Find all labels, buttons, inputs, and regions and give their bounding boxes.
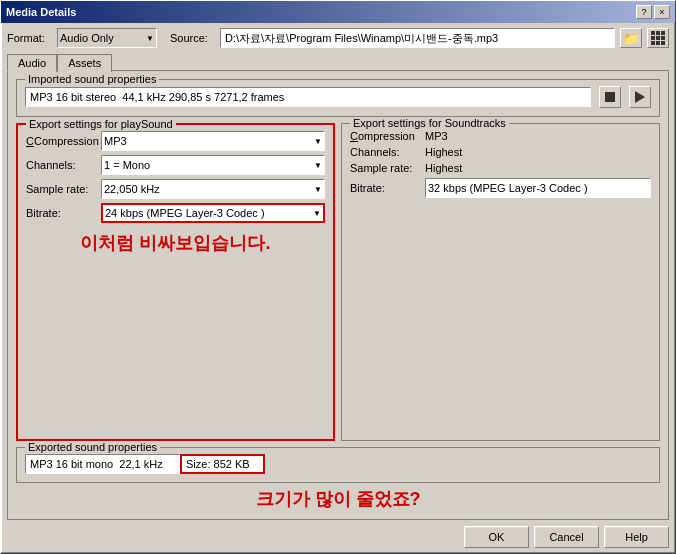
st-sample-rate-row: Sample rate: Highest <box>350 162 651 174</box>
format-row: Format: Audio Only ▼ Source: 📁 <box>7 28 669 48</box>
st-compression-value: MP3 <box>425 130 651 142</box>
play-icon <box>635 91 645 103</box>
export-panels: Export settings for playSound CCompressi… <box>16 123 660 441</box>
compression-label: CCompression <box>26 135 101 147</box>
bitrate-value: 24 kbps (MPEG Layer-3 Codec ) <box>105 207 313 219</box>
format-label: Format: <box>7 32 52 44</box>
tab-content-audio: Imported sound properties Export setti <box>7 70 669 520</box>
bitrate-row: Bitrate: 24 kbps (MPEG Layer-3 Codec ) ▼ <box>26 203 325 223</box>
imported-sound-legend: Imported sound properties <box>25 73 159 85</box>
source-input[interactable] <box>220 28 615 48</box>
export-left: Export settings for playSound CCompressi… <box>16 123 335 441</box>
title-bar: Media Details ? × <box>1 1 675 23</box>
export-playsound-legend: Export settings for playSound <box>26 118 176 130</box>
help-btn[interactable]: Help <box>604 526 669 548</box>
exported-sound-legend: Exported sound properties <box>25 441 160 453</box>
export-playsound-fieldset: Export settings for playSound CCompressi… <box>16 123 335 441</box>
exported-sound-row: Size: 852 KB <box>25 454 651 474</box>
st-compression-row: Compression MP3 <box>350 130 651 142</box>
tabs-container: Audio Assets <box>7 53 669 71</box>
tab-audio[interactable]: Audio <box>7 54 57 72</box>
export-soundtracks-fieldset: Export settings for Soundtracks Compress… <box>341 123 660 441</box>
tab-assets[interactable]: Assets <box>57 54 112 72</box>
ok-button[interactable]: OK <box>464 526 529 548</box>
folder-icon: 📁 <box>623 31 639 46</box>
compression-value: MP3 <box>104 135 314 147</box>
st-bitrate-value: 32 kbps (MPEG Layer-3 Codec ) <box>428 182 588 194</box>
help-button[interactable]: ? <box>636 5 652 19</box>
grid-icon <box>651 31 665 45</box>
export-right: Export settings for Soundtracks Compress… <box>341 123 660 441</box>
sample-rate-value: 22,050 kHz <box>104 183 314 195</box>
st-sample-rate-value: Highest <box>425 162 651 174</box>
st-bitrate-label: Bitrate: <box>350 182 425 194</box>
imported-sound-fieldset: Imported sound properties <box>16 79 660 117</box>
st-sample-rate-label: Sample rate: <box>350 162 425 174</box>
stop-button[interactable] <box>599 86 621 108</box>
window-content: Format: Audio Only ▼ Source: 📁 Audio <box>1 23 675 553</box>
export-soundtracks-legend: Export settings for Soundtracks <box>350 117 509 129</box>
channels-label: Channels: <box>26 159 101 171</box>
play-button[interactable] <box>629 86 651 108</box>
exported-sound-input[interactable] <box>25 454 180 474</box>
st-channels-row: Channels: Highest <box>350 146 651 158</box>
imported-sound-row <box>25 86 651 108</box>
channels-row: Channels: 1 = Mono ▼ <box>26 155 325 175</box>
bottom-buttons: OK Cancel Help <box>7 526 669 548</box>
cancel-button[interactable]: Cancel <box>534 526 599 548</box>
korean-text-bottom: 크기가 많이 줄었죠? <box>16 487 660 511</box>
folder-button[interactable]: 📁 <box>620 28 642 48</box>
imported-sound-input[interactable] <box>25 87 591 107</box>
st-bitrate-row: Bitrate: 32 kbps (MPEG Layer-3 Codec ) <box>350 178 651 198</box>
compression-row: CCompression MP3 ▼ <box>26 131 325 151</box>
bitrate-label: Bitrate: <box>26 207 101 219</box>
sample-rate-row: Sample rate: 22,050 kHz ▼ <box>26 179 325 199</box>
korean-text-top: 이처럼 비싸보입습니다. <box>26 231 325 255</box>
grid-button[interactable] <box>647 28 669 48</box>
st-channels-label: Channels: <box>350 146 425 158</box>
close-button[interactable]: × <box>654 5 670 19</box>
sample-rate-label: Sample rate: <box>26 183 101 195</box>
source-label: Source: <box>170 32 215 44</box>
title-bar-controls: ? × <box>636 5 670 19</box>
st-compression-label: Compression <box>350 130 425 142</box>
st-channels-value: Highest <box>425 146 651 158</box>
exported-size-label: Size: 852 KB <box>186 458 250 470</box>
format-value: Audio Only <box>60 32 146 44</box>
media-details-window: Media Details ? × Format: Audio Only ▼ S… <box>0 0 676 554</box>
stop-icon <box>605 92 615 102</box>
exported-sound-fieldset: Exported sound properties Size: 852 KB <box>16 447 660 483</box>
channels-value: 1 = Mono <box>104 159 314 171</box>
window-title: Media Details <box>6 6 76 18</box>
